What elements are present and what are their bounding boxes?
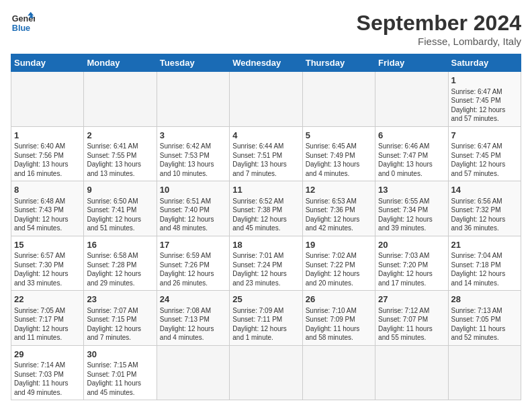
day-number: 17 xyxy=(160,239,226,251)
day-number: 29 xyxy=(14,349,81,361)
calendar-cell: 23Sunrise: 7:07 AMSunset: 7:15 PMDayligh… xyxy=(84,291,157,346)
sunset-text: Sunset: 7:28 PM xyxy=(87,261,136,269)
sunset-text: Sunset: 7:56 PM xyxy=(14,152,64,159)
sunrise-text: Sunrise: 6:58 AM xyxy=(87,252,138,259)
sunset-text: Sunset: 7:07 PM xyxy=(378,316,428,323)
calendar-cell: 30Sunrise: 7:15 AMSunset: 7:01 PMDayligh… xyxy=(84,345,157,400)
page-header: General Blue September 2024 Fiesse, Lomb… xyxy=(11,11,521,47)
sunrise-text: Sunrise: 6:51 AM xyxy=(160,197,211,205)
sunset-text: Sunset: 7:43 PM xyxy=(14,206,64,214)
col-header-thursday: Thursday xyxy=(302,54,375,72)
sunset-text: Sunset: 7:32 PM xyxy=(451,206,501,214)
sunrise-text: Sunrise: 7:02 AM xyxy=(306,252,357,259)
day-number: 19 xyxy=(306,239,372,251)
col-header-friday: Friday xyxy=(375,54,448,72)
calendar-cell: 29Sunrise: 7:14 AMSunset: 7:03 PMDayligh… xyxy=(11,345,84,400)
day-number: 6 xyxy=(378,130,445,142)
sunset-text: Sunset: 7:38 PM xyxy=(232,206,282,214)
day-number: 10 xyxy=(160,184,226,196)
calendar-cell: 10Sunrise: 6:51 AMSunset: 7:40 PMDayligh… xyxy=(157,181,229,236)
calendar-cell: 24Sunrise: 7:08 AMSunset: 7:13 PMDayligh… xyxy=(157,291,229,346)
sunrise-text: Sunrise: 7:12 AM xyxy=(378,307,429,314)
sunrise-text: Sunrise: 6:44 AM xyxy=(232,142,283,150)
sunrise-text: Sunrise: 6:42 AM xyxy=(160,142,211,150)
daylight-text: Daylight: 12 hours and 54 minutes. xyxy=(14,216,69,232)
day-number: 27 xyxy=(378,293,445,306)
calendar-cell xyxy=(11,72,84,127)
sunrise-text: Sunrise: 6:53 AM xyxy=(306,197,357,205)
logo: General Blue xyxy=(11,11,35,35)
daylight-text: Daylight: 12 hours and 51 minutes. xyxy=(87,216,141,232)
day-number: 15 xyxy=(14,239,81,251)
calendar-cell: 19Sunrise: 7:02 AMSunset: 7:22 PMDayligh… xyxy=(302,236,375,291)
day-number: 4 xyxy=(232,130,299,142)
day-number: 22 xyxy=(14,293,81,306)
day-number: 18 xyxy=(232,239,299,251)
day-number: 30 xyxy=(87,349,153,361)
day-number: 7 xyxy=(451,130,518,142)
sunrise-text: Sunrise: 7:04 AM xyxy=(451,252,502,259)
day-number: 11 xyxy=(232,184,299,196)
calendar-cell: 28Sunrise: 7:13 AMSunset: 7:05 PMDayligh… xyxy=(448,291,521,346)
sunset-text: Sunset: 7:15 PM xyxy=(87,316,136,323)
day-number: 21 xyxy=(451,239,518,251)
day-number: 26 xyxy=(306,293,372,306)
daylight-text: Daylight: 13 hours and 0 minutes. xyxy=(378,161,433,177)
calendar-cell: 14Sunrise: 6:56 AMSunset: 7:32 PMDayligh… xyxy=(448,181,521,236)
daylight-text: Daylight: 11 hours and 52 minutes. xyxy=(451,325,506,342)
daylight-text: Daylight: 12 hours and 20 minutes. xyxy=(306,270,360,287)
sunrise-text: Sunrise: 6:52 AM xyxy=(232,197,283,205)
sunrise-text: Sunrise: 6:47 AM xyxy=(451,142,502,150)
sunset-text: Sunset: 7:13 PM xyxy=(160,316,210,323)
calendar-table: SundayMondayTuesdayWednesdayThursdayFrid… xyxy=(11,54,521,400)
calendar-cell xyxy=(302,72,375,127)
day-number: 23 xyxy=(87,293,153,306)
calendar-week-2: 1Sunrise: 6:40 AMSunset: 7:56 PMDaylight… xyxy=(11,126,521,181)
calendar-cell xyxy=(157,345,229,400)
sunrise-text: Sunrise: 6:59 AM xyxy=(160,252,211,259)
calendar-cell: 26Sunrise: 7:10 AMSunset: 7:09 PMDayligh… xyxy=(302,291,375,346)
col-header-tuesday: Tuesday xyxy=(157,54,229,72)
calendar-cell: 22Sunrise: 7:05 AMSunset: 7:17 PMDayligh… xyxy=(11,291,84,346)
calendar-cell xyxy=(84,72,157,127)
sunrise-text: Sunrise: 7:01 AM xyxy=(232,252,283,259)
sunrise-text: Sunrise: 6:56 AM xyxy=(451,197,502,205)
sunrise-text: Sunrise: 6:46 AM xyxy=(378,142,429,150)
sunset-text: Sunset: 7:30 PM xyxy=(14,261,64,269)
sunset-text: Sunset: 7:17 PM xyxy=(14,316,64,323)
sunset-text: Sunset: 7:45 PM xyxy=(451,152,501,159)
sunrise-text: Sunrise: 6:40 AM xyxy=(14,142,65,150)
calendar-cell: 7Sunrise: 6:47 AMSunset: 7:45 PMDaylight… xyxy=(448,126,521,181)
calendar-cell: 27Sunrise: 7:12 AMSunset: 7:07 PMDayligh… xyxy=(375,291,448,346)
svg-text:Blue: Blue xyxy=(12,24,30,33)
daylight-text: Daylight: 11 hours and 49 minutes. xyxy=(14,379,69,396)
daylight-text: Daylight: 12 hours and 39 minutes. xyxy=(378,216,433,232)
calendar-cell: 4Sunrise: 6:44 AMSunset: 7:51 PMDaylight… xyxy=(230,126,302,181)
daylight-text: Daylight: 13 hours and 10 minutes. xyxy=(160,161,214,177)
logo-icon: General Blue xyxy=(11,11,35,35)
daylight-text: Daylight: 12 hours and 26 minutes. xyxy=(160,270,214,287)
sunrise-text: Sunrise: 7:14 AM xyxy=(14,361,65,369)
sunset-text: Sunset: 7:41 PM xyxy=(87,206,136,214)
daylight-text: Daylight: 11 hours and 55 minutes. xyxy=(378,325,433,342)
sunset-text: Sunset: 7:53 PM xyxy=(160,152,210,159)
col-header-sunday: Sunday xyxy=(11,54,84,72)
title-area: September 2024 Fiesse, Lombardy, Italy xyxy=(357,11,521,47)
sunrise-text: Sunrise: 7:07 AM xyxy=(87,307,138,314)
calendar-week-3: 8Sunrise: 6:48 AMSunset: 7:43 PMDaylight… xyxy=(11,181,521,236)
daylight-text: Daylight: 13 hours and 16 minutes. xyxy=(14,161,69,177)
daylight-text: Daylight: 12 hours and 45 minutes. xyxy=(232,216,287,232)
calendar-cell: 13Sunrise: 6:55 AMSunset: 7:34 PMDayligh… xyxy=(375,181,448,236)
calendar-cell: 11Sunrise: 6:52 AMSunset: 7:38 PMDayligh… xyxy=(230,181,302,236)
col-header-wednesday: Wednesday xyxy=(230,54,302,72)
day-number: 20 xyxy=(378,239,445,251)
calendar-cell xyxy=(302,345,375,400)
sunrise-text: Sunrise: 6:41 AM xyxy=(87,142,138,150)
sunset-text: Sunset: 7:40 PM xyxy=(160,206,210,214)
sunset-text: Sunset: 7:11 PM xyxy=(232,316,282,323)
day-number: 13 xyxy=(378,184,445,196)
day-number: 28 xyxy=(451,293,518,306)
day-number: 5 xyxy=(306,130,372,142)
sunset-text: Sunset: 7:03 PM xyxy=(14,371,64,378)
sunset-text: Sunset: 7:20 PM xyxy=(378,261,428,269)
